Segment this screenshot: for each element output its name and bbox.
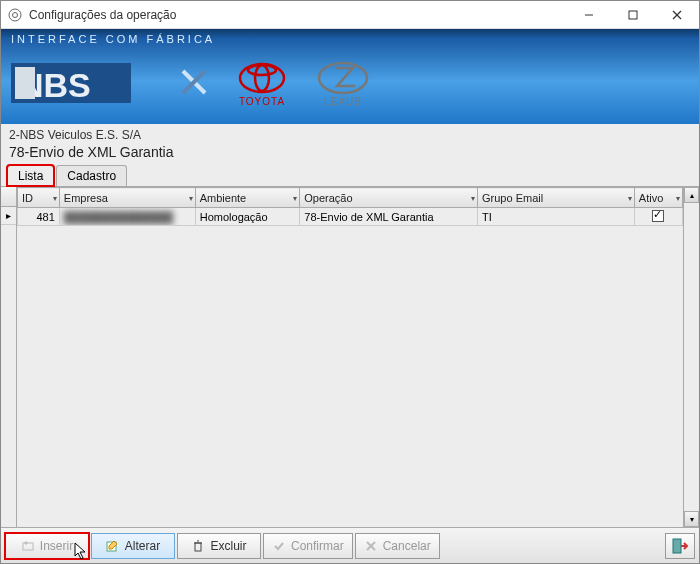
- col-header-ativo[interactable]: Ativo▾: [634, 188, 682, 208]
- inserir-label: Inserir: [40, 539, 73, 553]
- alterar-button[interactable]: Alterar: [91, 533, 175, 559]
- cell-empresa[interactable]: ██████████████: [59, 208, 195, 226]
- tabs: Lista Cadastro: [1, 164, 699, 186]
- cell-operacao[interactable]: 78-Envio de XML Garantia: [300, 208, 478, 226]
- subheader: 2-NBS Veiculos E.S. S/A 78-Envio de XML …: [1, 124, 699, 164]
- cell-id[interactable]: 481: [18, 208, 60, 226]
- chevron-down-icon[interactable]: ▾: [293, 193, 297, 202]
- minimize-button[interactable]: [567, 1, 611, 29]
- chevron-down-icon[interactable]: ▾: [628, 193, 632, 202]
- insert-icon: [21, 539, 35, 553]
- cell-ativo[interactable]: [634, 208, 682, 226]
- scroll-down-button[interactable]: ▾: [684, 511, 699, 527]
- exit-button[interactable]: [665, 533, 695, 559]
- operation-label: 78-Envio de XML Garantia: [9, 142, 691, 164]
- svg-rect-24: [673, 539, 681, 553]
- svg-point-13: [248, 65, 276, 75]
- scroll-track[interactable]: [684, 203, 699, 511]
- svg-rect-15: [23, 543, 33, 550]
- titlebar: Configurações da operação: [1, 1, 699, 29]
- window-controls: [567, 1, 699, 29]
- banner-label: INTERFACE COM FÁBRICA: [1, 29, 699, 47]
- svg-point-1: [13, 12, 18, 17]
- toyota-logo: TOYOTA: [237, 54, 287, 112]
- x-icon: [179, 67, 209, 100]
- col-header-empresa[interactable]: Empresa▾: [59, 188, 195, 208]
- cancel-icon: [364, 539, 378, 553]
- exit-icon: [671, 537, 689, 555]
- table-row[interactable]: 481 ██████████████ Homologação 78-Envio …: [18, 208, 683, 226]
- cancelar-label: Cancelar: [383, 539, 431, 553]
- excluir-label: Excluir: [210, 539, 246, 553]
- inserir-button[interactable]: Inserir: [5, 533, 89, 559]
- app-window: Configurações da operação INTERFACE COM …: [0, 0, 700, 564]
- vertical-scrollbar[interactable]: ▴ ▾: [683, 187, 699, 527]
- lexus-logo: LEXUS: [315, 54, 371, 112]
- svg-point-12: [255, 65, 269, 91]
- cell-grupo-email[interactable]: TI: [478, 208, 635, 226]
- banner-logos: NBS TOYOTA: [1, 47, 699, 119]
- svg-rect-19: [195, 543, 201, 551]
- chevron-down-icon[interactable]: ▾: [676, 193, 680, 202]
- chevron-down-icon[interactable]: ▾: [53, 193, 57, 202]
- col-header-grupo-email[interactable]: Grupo Email▾: [478, 188, 635, 208]
- banner: INTERFACE COM FÁBRICA NBS: [1, 29, 699, 124]
- chevron-down-icon[interactable]: ▾: [189, 193, 193, 202]
- maximize-button[interactable]: [611, 1, 655, 29]
- confirmar-button[interactable]: Confirmar: [263, 533, 353, 559]
- cell-ambiente[interactable]: Homologação: [195, 208, 300, 226]
- lexus-label: LEXUS: [324, 96, 362, 107]
- window-title: Configurações da operação: [29, 8, 567, 22]
- chevron-down-icon[interactable]: ▾: [471, 193, 475, 202]
- confirmar-label: Confirmar: [291, 539, 344, 553]
- edit-icon: [106, 539, 120, 553]
- nbs-logo: NBS: [11, 54, 151, 112]
- toyota-label: TOYOTA: [239, 96, 285, 107]
- svg-point-11: [240, 64, 284, 92]
- tab-cadastro[interactable]: Cadastro: [56, 165, 127, 186]
- tab-lista[interactable]: Lista: [7, 165, 54, 186]
- org-label: 2-NBS Veiculos E.S. S/A: [9, 128, 691, 142]
- bottom-toolbar: Inserir Alterar Excluir Confirmar Cancel…: [1, 527, 699, 563]
- check-icon: [272, 539, 286, 553]
- delete-icon: [191, 539, 205, 553]
- col-header-id[interactable]: ID▾: [18, 188, 60, 208]
- svg-point-0: [9, 9, 21, 21]
- checkbox-checked-icon[interactable]: [652, 210, 664, 222]
- cancelar-button[interactable]: Cancelar: [355, 533, 440, 559]
- svg-rect-8: [15, 67, 35, 99]
- scroll-up-button[interactable]: ▴: [684, 187, 699, 203]
- grid-area: ▸ ID▾ Empresa▾: [1, 186, 699, 527]
- col-header-ambiente[interactable]: Ambiente▾: [195, 188, 300, 208]
- close-button[interactable]: [655, 1, 699, 29]
- svg-rect-3: [629, 11, 637, 19]
- row-indicator-column: ▸: [1, 187, 17, 527]
- row-indicator[interactable]: ▸: [1, 207, 16, 225]
- app-icon: [7, 7, 23, 23]
- alterar-label: Alterar: [125, 539, 160, 553]
- col-header-operacao[interactable]: Operação▾: [300, 188, 478, 208]
- data-grid[interactable]: ID▾ Empresa▾ Ambiente▾ Operação▾ Grupo E…: [17, 187, 683, 226]
- excluir-button[interactable]: Excluir: [177, 533, 261, 559]
